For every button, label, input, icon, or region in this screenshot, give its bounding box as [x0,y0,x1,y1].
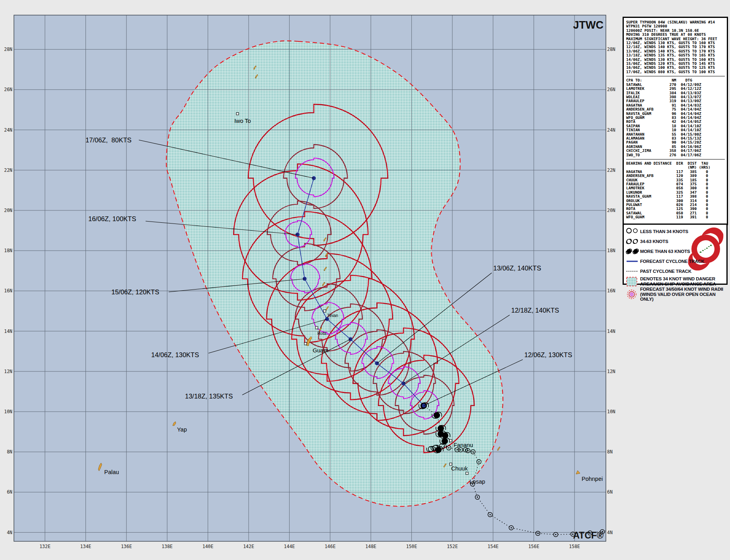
legend-item-6: FORECAST 34/50/64 KNOT WIND RADII (WINDS… [626,287,725,302]
lt34-icon [626,227,639,236]
place-label-tinian: Tinian [327,313,338,318]
tropical-cyclone-warning-map: Iwo ToTinianRotaGuamYapPalauFananuChuukL… [0,0,619,560]
town-marker-iwo-to [236,113,239,115]
town-marker-losap [466,472,468,474]
lat-tick-label-right: 14N [607,329,615,334]
lat-tick-label-right: 24N [607,127,615,133]
legend-item-label: 34-63 KNOTS [640,239,668,244]
lat-tick-label-left: 10N [4,409,12,414]
lat-tick-label-right: 10N [607,409,615,414]
legend-item-label: DENOTES 34 KNOT WIND DANGER AREA/USN SHI… [640,276,716,286]
legend-item-3: FORECAST CYCLONE TRACK [626,257,725,266]
town-marker-tinian [323,310,326,312]
legend-item-label: FORECAST CYCLONE TRACK [640,259,705,264]
warning-panel: SUPER TYPHOON 04W (SINLAKU) WARNING #14 … [623,17,728,225]
wind-radii-icon [626,290,639,299]
lon-tick-label: 140E [202,544,214,549]
legend-item-label: FORECAST 34/50/64 KNOT WIND RADII (WINDS… [640,287,725,302]
lon-tick-label: 158E [569,544,580,549]
lat-tick-label-left: 6N [7,489,12,495]
legend-item-label: PAST CYCLONE TRACK [640,269,691,274]
atcf-watermark: ATCF® [573,530,603,541]
lat-tick-label-right: 4N [607,530,613,535]
forecast-label-1306Z: 13/06Z, 140KTS [493,264,541,272]
town-marker-guam [304,342,307,345]
legend-panel: LESS THAN 34 KNOTS34-63 KNOTSMORE THAN 6… [623,224,728,285]
forecast-label-1606Z: 16/06Z, 100KTS [88,215,136,222]
warning-text: SUPER TYPHOON 04W (SINLAKU) WARNING #14 … [626,20,726,74]
place-label-yap: Yap [177,426,187,433]
legend-item-0: LESS THAN 34 KNOTS [626,227,725,236]
lon-tick-label: 134E [80,544,91,549]
lat-tick-label-right: 18N [607,248,615,253]
forecast-label-1706Z: 17/06Z, 80KTS [86,136,132,144]
past-track-icon [626,266,639,276]
lat-tick-label-left: 14N [4,329,12,334]
lon-tick-label: 146E [325,544,336,549]
lat-tick-label-left: 4N [7,530,12,535]
lat-tick-label-left: 18N [4,248,12,253]
lat-tick-label-right: 22N [607,167,615,173]
lon-tick-label: 132E [39,544,51,549]
legend-item-2: MORE THAN 63 KNOTS [626,247,725,256]
forecast-point-1206Z [422,404,426,408]
lat-tick-label-right: 16N [607,288,615,294]
lon-tick-label: 138E [162,544,173,549]
panel-divider [626,76,725,76]
danger-area-icon [626,277,639,286]
legend-item-1: 34-63 KNOTS [626,237,725,246]
lon-tick-label: 142E [243,544,254,549]
lat-tick-label-left: 26N [4,87,12,92]
jtwc-watermark: JTWC [573,19,604,31]
lon-tick-label: 136E [121,544,132,549]
town-marker-fananu [450,439,452,442]
lon-tick-label: 144E [284,544,295,549]
lat-tick-label-right: 8N [607,449,613,455]
forecast-label-1506Z: 15/06Z, 120KTS [111,288,159,296]
place-label-palau: Palau [104,469,119,475]
town-marker-rota [315,327,318,329]
legend-item-label: LESS THAN 34 KNOTS [640,229,688,234]
place-label-chuuk: Chuuk [451,465,468,472]
lat-tick-label-left: 8N [7,449,12,455]
lat-tick-label-right: 6N [607,489,613,495]
place-label-fananu: Fananu [454,442,473,448]
lon-tick-label: 152E [447,544,458,549]
lon-tick-label: 150E [406,544,417,549]
lat-tick-label-right: 28N [607,47,615,52]
lat-tick-label-right: 26N [607,87,615,92]
forecast-label-1206Z: 12/06Z, 130KTS [524,351,572,358]
place-label-rota: Rota [317,331,326,336]
cpa-table: CPA TO: NM DTG SATAWAL 270 04/12/09Z LAM… [626,78,726,157]
lat-tick-label-right: 20N [607,208,615,213]
panel-divider [626,159,725,159]
kt3463-icon [626,237,639,246]
lat-tick-label-left: 28N [4,47,12,52]
jtwc-warning-graphic: { "titles": { "map_watermark": "JTWC", "… [0,0,730,560]
lon-tick-label: 148E [365,544,376,549]
bearing-distance-table: BEARING AND DISTANCE DIR DIST TAU (NM) (… [626,161,726,220]
place-label-iwo-to: Iwo To [234,118,251,124]
forecast-label-1406Z: 14/06Z, 130KTS [151,351,199,358]
legend-item-5: DENOTES 34 KNOT WIND DANGER AREA/USN SHI… [626,276,725,286]
place-label-pohnpei: Pohnpei [582,476,603,482]
lat-tick-label-left: 24N [4,127,12,133]
legend-item-4: PAST CYCLONE TRACK [626,266,725,276]
lat-tick-label-right: 12N [607,369,615,374]
lat-tick-label-left: 22N [4,167,12,173]
place-label-losap: Losap [469,478,485,485]
lat-tick-label-left: 12N [4,369,12,374]
lat-tick-label-left: 20N [4,208,12,213]
gt63-icon [626,247,639,256]
forecast-track-icon [626,257,639,266]
lat-tick-label-left: 16N [4,288,12,294]
lon-tick-label: 156E [528,544,539,549]
lon-tick-label: 154E [488,544,499,549]
forecast-label-1218Z: 12/18Z, 140KTS [511,307,559,314]
forecast-label-1318Z: 13/18Z, 135KTS [185,393,233,400]
place-label-guam: Guam [313,347,329,354]
legend-item-label: MORE THAN 63 KNOTS [640,249,690,254]
